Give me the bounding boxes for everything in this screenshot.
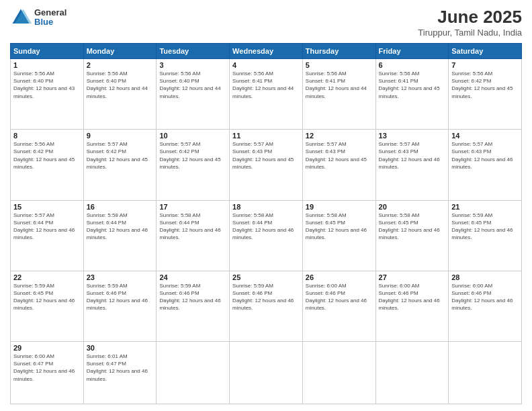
day-cell: 21 Sunrise: 5:59 AM Sunset: 6:45 PM Dayl… <box>449 200 522 271</box>
day-number: 20 <box>379 203 446 211</box>
day-cell: 3 Sunrise: 5:56 AM Sunset: 6:40 PM Dayli… <box>157 59 230 130</box>
day-number: 11 <box>232 132 300 140</box>
day-info: Sunrise: 6:01 AM Sunset: 6:47 PM Dayligh… <box>87 353 154 383</box>
day-info: Sunrise: 5:56 AM Sunset: 6:40 PM Dayligh… <box>87 70 154 100</box>
empty-cell <box>302 342 375 404</box>
day-cell: 25 Sunrise: 5:59 AM Sunset: 6:46 PM Dayl… <box>230 271 303 341</box>
day-number: 18 <box>232 203 300 211</box>
day-cell: 4 Sunrise: 5:56 AM Sunset: 6:41 PM Dayli… <box>230 59 303 130</box>
calendar-header-row: Sunday Monday Tuesday Wednesday Thursday… <box>11 44 522 59</box>
day-number: 5 <box>306 61 373 69</box>
day-info: Sunrise: 5:57 AM Sunset: 6:43 PM Dayligh… <box>379 140 446 171</box>
day-info: Sunrise: 5:59 AM Sunset: 6:45 PM Dayligh… <box>13 282 81 312</box>
day-number: 30 <box>87 344 154 352</box>
day-cell: 23 Sunrise: 5:59 AM Sunset: 6:46 PM Dayl… <box>83 271 157 341</box>
logo: General Blue <box>10 7 66 28</box>
logo-icon <box>10 7 32 28</box>
day-info: Sunrise: 5:59 AM Sunset: 6:46 PM Dayligh… <box>232 282 300 312</box>
day-cell: 5 Sunrise: 5:56 AM Sunset: 6:41 PM Dayli… <box>302 59 375 130</box>
day-number: 24 <box>159 273 226 281</box>
day-info: Sunrise: 5:58 AM Sunset: 6:44 PM Dayligh… <box>159 212 226 242</box>
day-number: 10 <box>159 132 226 140</box>
day-info: Sunrise: 5:56 AM Sunset: 6:40 PM Dayligh… <box>159 70 226 100</box>
day-info: Sunrise: 5:59 AM Sunset: 6:46 PM Dayligh… <box>87 282 154 312</box>
day-number: 3 <box>159 61 226 69</box>
calendar-row: 8 Sunrise: 5:56 AM Sunset: 6:42 PM Dayli… <box>11 130 522 200</box>
month-title: June 2025 <box>418 7 522 28</box>
day-info: Sunrise: 5:56 AM Sunset: 6:41 PM Dayligh… <box>232 70 300 100</box>
day-info: Sunrise: 5:57 AM Sunset: 6:44 PM Dayligh… <box>13 212 81 242</box>
day-number: 7 <box>451 61 519 69</box>
day-info: Sunrise: 5:57 AM Sunset: 6:42 PM Dayligh… <box>87 140 154 171</box>
day-info: Sunrise: 5:57 AM Sunset: 6:43 PM Dayligh… <box>306 140 373 171</box>
logo-text: General Blue <box>34 8 66 28</box>
day-cell: 17 Sunrise: 5:58 AM Sunset: 6:44 PM Dayl… <box>157 200 230 271</box>
day-number: 26 <box>306 273 373 281</box>
day-info: Sunrise: 5:56 AM Sunset: 6:40 PM Dayligh… <box>13 70 81 100</box>
page: General Blue June 2025 Tiruppur, Tamil N… <box>0 0 532 411</box>
day-cell: 28 Sunrise: 6:00 AM Sunset: 6:46 PM Dayl… <box>449 271 522 341</box>
day-number: 13 <box>379 132 446 140</box>
day-info: Sunrise: 6:00 AM Sunset: 6:46 PM Dayligh… <box>379 282 446 312</box>
day-info: Sunrise: 5:57 AM Sunset: 6:42 PM Dayligh… <box>159 140 226 171</box>
calendar-table: Sunday Monday Tuesday Wednesday Thursday… <box>10 43 522 404</box>
day-cell: 15 Sunrise: 5:57 AM Sunset: 6:44 PM Dayl… <box>11 200 84 271</box>
day-info: Sunrise: 5:57 AM Sunset: 6:43 PM Dayligh… <box>451 140 519 171</box>
day-info: Sunrise: 5:57 AM Sunset: 6:43 PM Dayligh… <box>232 140 300 171</box>
day-info: Sunrise: 5:56 AM Sunset: 6:41 PM Dayligh… <box>306 70 373 100</box>
day-cell: 10 Sunrise: 5:57 AM Sunset: 6:42 PM Dayl… <box>157 130 230 200</box>
day-cell: 14 Sunrise: 5:57 AM Sunset: 6:43 PM Dayl… <box>449 130 522 200</box>
day-number: 25 <box>232 273 300 281</box>
day-info: Sunrise: 5:58 AM Sunset: 6:45 PM Dayligh… <box>379 212 446 242</box>
day-cell: 8 Sunrise: 5:56 AM Sunset: 6:42 PM Dayli… <box>11 130 84 200</box>
title-section: June 2025 Tiruppur, Tamil Nadu, India <box>418 7 522 38</box>
col-thursday: Thursday <box>302 44 375 59</box>
day-cell: 16 Sunrise: 5:58 AM Sunset: 6:44 PM Dayl… <box>83 200 157 271</box>
col-wednesday: Wednesday <box>230 44 303 59</box>
calendar-row: 1 Sunrise: 5:56 AM Sunset: 6:40 PM Dayli… <box>11 59 522 130</box>
day-cell: 26 Sunrise: 6:00 AM Sunset: 6:46 PM Dayl… <box>302 271 375 341</box>
day-number: 29 <box>13 344 81 352</box>
day-info: Sunrise: 5:59 AM Sunset: 6:45 PM Dayligh… <box>451 212 519 242</box>
location: Tiruppur, Tamil Nadu, India <box>418 28 522 38</box>
day-cell: 2 Sunrise: 5:56 AM Sunset: 6:40 PM Dayli… <box>83 59 157 130</box>
day-cell: 12 Sunrise: 5:57 AM Sunset: 6:43 PM Dayl… <box>302 130 375 200</box>
day-cell: 20 Sunrise: 5:58 AM Sunset: 6:45 PM Dayl… <box>375 200 449 271</box>
day-cell: 13 Sunrise: 5:57 AM Sunset: 6:43 PM Dayl… <box>375 130 449 200</box>
day-info: Sunrise: 5:56 AM Sunset: 6:42 PM Dayligh… <box>451 70 519 100</box>
day-cell: 9 Sunrise: 5:57 AM Sunset: 6:42 PM Dayli… <box>83 130 157 200</box>
calendar-row: 22 Sunrise: 5:59 AM Sunset: 6:45 PM Dayl… <box>11 271 522 341</box>
day-number: 27 <box>379 273 446 281</box>
day-number: 19 <box>306 203 373 211</box>
logo-blue-text: Blue <box>34 17 66 27</box>
col-monday: Monday <box>83 44 157 59</box>
day-number: 9 <box>87 132 154 140</box>
col-tuesday: Tuesday <box>157 44 230 59</box>
empty-cell <box>449 342 522 404</box>
day-number: 2 <box>87 61 154 69</box>
day-number: 23 <box>87 273 154 281</box>
day-number: 16 <box>87 203 154 211</box>
day-info: Sunrise: 5:59 AM Sunset: 6:46 PM Dayligh… <box>159 282 226 312</box>
day-number: 8 <box>13 132 81 140</box>
day-cell: 6 Sunrise: 5:56 AM Sunset: 6:41 PM Dayli… <box>375 59 449 130</box>
empty-cell <box>375 342 449 404</box>
day-info: Sunrise: 6:00 AM Sunset: 6:46 PM Dayligh… <box>306 282 373 312</box>
calendar-row: 29 Sunrise: 6:00 AM Sunset: 6:47 PM Dayl… <box>11 342 522 404</box>
day-info: Sunrise: 5:56 AM Sunset: 6:41 PM Dayligh… <box>379 70 446 100</box>
day-number: 1 <box>13 61 81 69</box>
day-info: Sunrise: 6:00 AM Sunset: 6:46 PM Dayligh… <box>451 282 519 312</box>
day-number: 4 <box>232 61 300 69</box>
calendar-row: 15 Sunrise: 5:57 AM Sunset: 6:44 PM Dayl… <box>11 200 522 271</box>
day-cell: 30 Sunrise: 6:01 AM Sunset: 6:47 PM Dayl… <box>83 342 157 404</box>
day-cell: 24 Sunrise: 5:59 AM Sunset: 6:46 PM Dayl… <box>157 271 230 341</box>
empty-cell <box>157 342 230 404</box>
day-info: Sunrise: 5:58 AM Sunset: 6:44 PM Dayligh… <box>232 212 300 242</box>
day-info: Sunrise: 5:56 AM Sunset: 6:42 PM Dayligh… <box>13 140 81 171</box>
day-cell: 29 Sunrise: 6:00 AM Sunset: 6:47 PM Dayl… <box>11 342 84 404</box>
day-number: 6 <box>379 61 446 69</box>
col-sunday: Sunday <box>11 44 84 59</box>
day-cell: 7 Sunrise: 5:56 AM Sunset: 6:42 PM Dayli… <box>449 59 522 130</box>
day-number: 28 <box>451 273 519 281</box>
col-friday: Friday <box>375 44 449 59</box>
